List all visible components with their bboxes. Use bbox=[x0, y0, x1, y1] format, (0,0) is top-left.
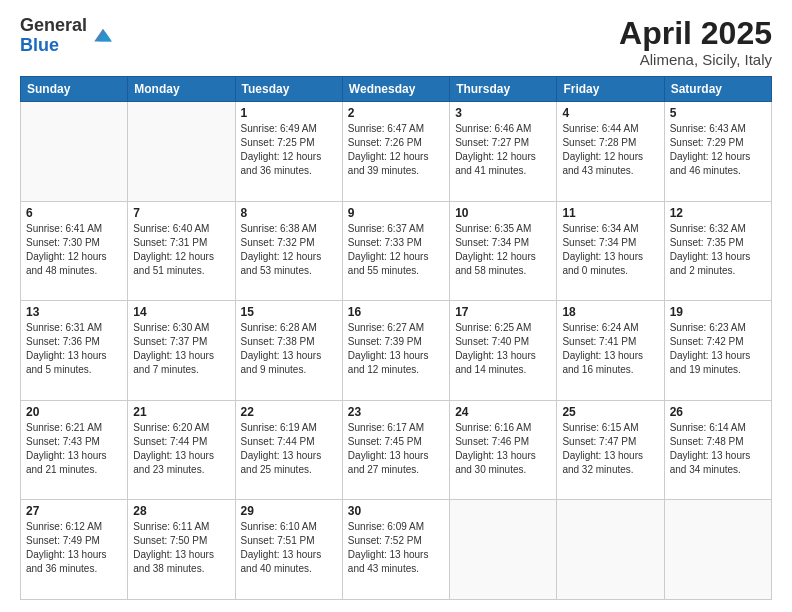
day-info: Sunrise: 6:37 AMSunset: 7:33 PMDaylight:… bbox=[348, 222, 444, 278]
day-number: 13 bbox=[26, 305, 122, 319]
calendar-title: April 2025 bbox=[619, 16, 772, 51]
day-number: 2 bbox=[348, 106, 444, 120]
day-cell: 15Sunrise: 6:28 AMSunset: 7:38 PMDayligh… bbox=[235, 301, 342, 401]
day-cell: 3Sunrise: 6:46 AMSunset: 7:27 PMDaylight… bbox=[450, 102, 557, 202]
day-number: 24 bbox=[455, 405, 551, 419]
logo-general: General bbox=[20, 15, 87, 35]
day-number: 19 bbox=[670, 305, 766, 319]
day-cell: 18Sunrise: 6:24 AMSunset: 7:41 PMDayligh… bbox=[557, 301, 664, 401]
weekday-header-saturday: Saturday bbox=[664, 77, 771, 102]
title-section: April 2025 Alimena, Sicily, Italy bbox=[619, 16, 772, 68]
day-number: 12 bbox=[670, 206, 766, 220]
day-number: 17 bbox=[455, 305, 551, 319]
day-info: Sunrise: 6:41 AMSunset: 7:30 PMDaylight:… bbox=[26, 222, 122, 278]
day-info: Sunrise: 6:47 AMSunset: 7:26 PMDaylight:… bbox=[348, 122, 444, 178]
logo-text: General Blue bbox=[20, 16, 87, 56]
day-number: 26 bbox=[670, 405, 766, 419]
day-cell: 14Sunrise: 6:30 AMSunset: 7:37 PMDayligh… bbox=[128, 301, 235, 401]
day-cell bbox=[128, 102, 235, 202]
day-cell: 30Sunrise: 6:09 AMSunset: 7:52 PMDayligh… bbox=[342, 500, 449, 600]
weekday-header-monday: Monday bbox=[128, 77, 235, 102]
day-cell: 13Sunrise: 6:31 AMSunset: 7:36 PMDayligh… bbox=[21, 301, 128, 401]
top-section: General Blue April 2025 Alimena, Sicily,… bbox=[20, 16, 772, 68]
day-number: 18 bbox=[562, 305, 658, 319]
day-info: Sunrise: 6:35 AMSunset: 7:34 PMDaylight:… bbox=[455, 222, 551, 278]
day-cell: 27Sunrise: 6:12 AMSunset: 7:49 PMDayligh… bbox=[21, 500, 128, 600]
day-info: Sunrise: 6:12 AMSunset: 7:49 PMDaylight:… bbox=[26, 520, 122, 576]
weekday-header-row: SundayMondayTuesdayWednesdayThursdayFrid… bbox=[21, 77, 772, 102]
day-cell: 11Sunrise: 6:34 AMSunset: 7:34 PMDayligh… bbox=[557, 201, 664, 301]
day-number: 30 bbox=[348, 504, 444, 518]
day-number: 8 bbox=[241, 206, 337, 220]
day-cell: 4Sunrise: 6:44 AMSunset: 7:28 PMDaylight… bbox=[557, 102, 664, 202]
day-cell: 7Sunrise: 6:40 AMSunset: 7:31 PMDaylight… bbox=[128, 201, 235, 301]
day-number: 25 bbox=[562, 405, 658, 419]
day-info: Sunrise: 6:15 AMSunset: 7:47 PMDaylight:… bbox=[562, 421, 658, 477]
day-number: 14 bbox=[133, 305, 229, 319]
calendar-body: 1Sunrise: 6:49 AMSunset: 7:25 PMDaylight… bbox=[21, 102, 772, 600]
day-number: 7 bbox=[133, 206, 229, 220]
day-info: Sunrise: 6:38 AMSunset: 7:32 PMDaylight:… bbox=[241, 222, 337, 278]
day-number: 6 bbox=[26, 206, 122, 220]
day-cell: 26Sunrise: 6:14 AMSunset: 7:48 PMDayligh… bbox=[664, 400, 771, 500]
day-cell bbox=[21, 102, 128, 202]
day-info: Sunrise: 6:23 AMSunset: 7:42 PMDaylight:… bbox=[670, 321, 766, 377]
calendar-subtitle: Alimena, Sicily, Italy bbox=[619, 51, 772, 68]
day-info: Sunrise: 6:25 AMSunset: 7:40 PMDaylight:… bbox=[455, 321, 551, 377]
week-row-4: 20Sunrise: 6:21 AMSunset: 7:43 PMDayligh… bbox=[21, 400, 772, 500]
day-info: Sunrise: 6:34 AMSunset: 7:34 PMDaylight:… bbox=[562, 222, 658, 278]
weekday-header-sunday: Sunday bbox=[21, 77, 128, 102]
day-cell: 28Sunrise: 6:11 AMSunset: 7:50 PMDayligh… bbox=[128, 500, 235, 600]
day-cell: 22Sunrise: 6:19 AMSunset: 7:44 PMDayligh… bbox=[235, 400, 342, 500]
day-info: Sunrise: 6:11 AMSunset: 7:50 PMDaylight:… bbox=[133, 520, 229, 576]
day-number: 29 bbox=[241, 504, 337, 518]
day-number: 27 bbox=[26, 504, 122, 518]
day-info: Sunrise: 6:24 AMSunset: 7:41 PMDaylight:… bbox=[562, 321, 658, 377]
day-number: 3 bbox=[455, 106, 551, 120]
weekday-header-friday: Friday bbox=[557, 77, 664, 102]
day-cell: 9Sunrise: 6:37 AMSunset: 7:33 PMDaylight… bbox=[342, 201, 449, 301]
day-info: Sunrise: 6:44 AMSunset: 7:28 PMDaylight:… bbox=[562, 122, 658, 178]
day-number: 5 bbox=[670, 106, 766, 120]
day-cell: 24Sunrise: 6:16 AMSunset: 7:46 PMDayligh… bbox=[450, 400, 557, 500]
day-number: 20 bbox=[26, 405, 122, 419]
day-number: 28 bbox=[133, 504, 229, 518]
day-info: Sunrise: 6:17 AMSunset: 7:45 PMDaylight:… bbox=[348, 421, 444, 477]
day-number: 10 bbox=[455, 206, 551, 220]
day-number: 22 bbox=[241, 405, 337, 419]
day-cell: 29Sunrise: 6:10 AMSunset: 7:51 PMDayligh… bbox=[235, 500, 342, 600]
logo-blue: Blue bbox=[20, 35, 59, 55]
day-info: Sunrise: 6:21 AMSunset: 7:43 PMDaylight:… bbox=[26, 421, 122, 477]
weekday-header-thursday: Thursday bbox=[450, 77, 557, 102]
calendar-header: SundayMondayTuesdayWednesdayThursdayFrid… bbox=[21, 77, 772, 102]
day-info: Sunrise: 6:40 AMSunset: 7:31 PMDaylight:… bbox=[133, 222, 229, 278]
day-info: Sunrise: 6:10 AMSunset: 7:51 PMDaylight:… bbox=[241, 520, 337, 576]
day-cell: 21Sunrise: 6:20 AMSunset: 7:44 PMDayligh… bbox=[128, 400, 235, 500]
day-cell: 16Sunrise: 6:27 AMSunset: 7:39 PMDayligh… bbox=[342, 301, 449, 401]
day-cell: 10Sunrise: 6:35 AMSunset: 7:34 PMDayligh… bbox=[450, 201, 557, 301]
day-info: Sunrise: 6:27 AMSunset: 7:39 PMDaylight:… bbox=[348, 321, 444, 377]
day-cell: 25Sunrise: 6:15 AMSunset: 7:47 PMDayligh… bbox=[557, 400, 664, 500]
week-row-3: 13Sunrise: 6:31 AMSunset: 7:36 PMDayligh… bbox=[21, 301, 772, 401]
day-info: Sunrise: 6:19 AMSunset: 7:44 PMDaylight:… bbox=[241, 421, 337, 477]
day-number: 15 bbox=[241, 305, 337, 319]
day-cell: 12Sunrise: 6:32 AMSunset: 7:35 PMDayligh… bbox=[664, 201, 771, 301]
day-info: Sunrise: 6:09 AMSunset: 7:52 PMDaylight:… bbox=[348, 520, 444, 576]
day-info: Sunrise: 6:32 AMSunset: 7:35 PMDaylight:… bbox=[670, 222, 766, 278]
day-info: Sunrise: 6:28 AMSunset: 7:38 PMDaylight:… bbox=[241, 321, 337, 377]
week-row-1: 1Sunrise: 6:49 AMSunset: 7:25 PMDaylight… bbox=[21, 102, 772, 202]
day-info: Sunrise: 6:30 AMSunset: 7:37 PMDaylight:… bbox=[133, 321, 229, 377]
week-row-5: 27Sunrise: 6:12 AMSunset: 7:49 PMDayligh… bbox=[21, 500, 772, 600]
day-cell: 1Sunrise: 6:49 AMSunset: 7:25 PMDaylight… bbox=[235, 102, 342, 202]
day-number: 23 bbox=[348, 405, 444, 419]
day-info: Sunrise: 6:14 AMSunset: 7:48 PMDaylight:… bbox=[670, 421, 766, 477]
day-number: 21 bbox=[133, 405, 229, 419]
day-cell: 23Sunrise: 6:17 AMSunset: 7:45 PMDayligh… bbox=[342, 400, 449, 500]
logo-icon bbox=[91, 24, 115, 48]
day-info: Sunrise: 6:20 AMSunset: 7:44 PMDaylight:… bbox=[133, 421, 229, 477]
weekday-header-wednesday: Wednesday bbox=[342, 77, 449, 102]
day-cell: 19Sunrise: 6:23 AMSunset: 7:42 PMDayligh… bbox=[664, 301, 771, 401]
day-number: 1 bbox=[241, 106, 337, 120]
day-number: 4 bbox=[562, 106, 658, 120]
day-number: 9 bbox=[348, 206, 444, 220]
